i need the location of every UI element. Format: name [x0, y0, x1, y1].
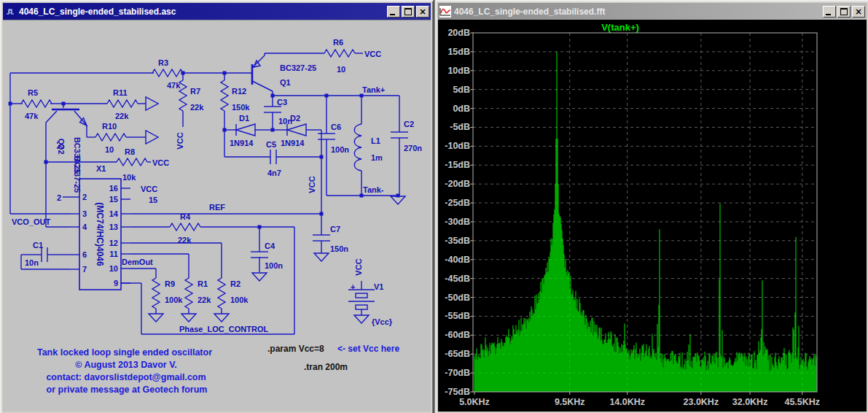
y-tick-label: 5dB: [453, 85, 470, 95]
schematic-label: 100n: [265, 261, 283, 270]
schematic-label: R6: [333, 38, 343, 47]
schematic-label: C3: [277, 98, 287, 107]
junction-dot: [271, 94, 275, 98]
comment-text: contact: davorslistdepot@gmail.com: [46, 372, 206, 382]
schematic-label: D2: [290, 114, 300, 123]
y-tick-label: -5dB: [450, 122, 470, 132]
y-tick-label: -70dB: [445, 368, 470, 378]
maximize-button[interactable]: [837, 6, 851, 18]
schematic-label: 15: [109, 195, 118, 204]
schematic-label: R7: [190, 87, 200, 96]
y-tick-label: -60dB: [445, 330, 470, 340]
y-tick-label: -50dB: [445, 293, 470, 303]
schematic-label: 12: [109, 239, 118, 247]
comment-text: © August 2013 Davor V.: [75, 360, 177, 370]
schematic-label: 10: [105, 145, 114, 154]
junction-dot: [320, 155, 324, 159]
net-label-tank+: Tank+: [362, 85, 385, 94]
schematic-label: 10k: [122, 173, 136, 182]
y-tick-label: 15dB: [447, 47, 470, 57]
schematic-label: R3: [158, 58, 168, 67]
schematic-label: R4: [180, 212, 191, 221]
fft-window-title: 4046_LC_single-ended_stabilised.fft: [454, 7, 820, 17]
x-tick-label: 23.0KHz: [684, 397, 719, 407]
schematic-label: 100n: [331, 145, 349, 154]
y-tick-label: -30dB: [445, 217, 470, 227]
x-tick-label: 5.0KHz: [459, 397, 490, 407]
maximize-button[interactable]: [402, 6, 415, 18]
y-tick-label: -20dB: [445, 179, 470, 189]
schematic-label: R1: [198, 279, 208, 288]
schematic-label: {Vcc}: [372, 317, 393, 326]
net-label-vco_out: VCO_OUT: [12, 217, 50, 226]
schematic-label: 22k: [178, 236, 192, 244]
y-tick-label: -25dB: [445, 198, 470, 208]
net-label-vcc: VCC: [364, 50, 381, 58]
fft-plot[interactable]: 20dB15dB10dB5dB0dB-5dB-10dB-15dB-20dB-25…: [438, 20, 867, 412]
y-tick-label: -45dB: [445, 274, 470, 284]
schematic-label: 100k: [230, 296, 249, 304]
schematic-label: 100k: [165, 296, 183, 304]
junction-dot: [320, 212, 324, 216]
ltspice-desktop: { "left_window": { "title": "4046_LC_sin…: [0, 0, 868, 413]
y-tick-label: -40dB: [445, 255, 470, 265]
schematic-titlebar[interactable]: 4046_LC_single-ended_stabilised.asc ×: [3, 3, 431, 20]
schematic-label: +: [351, 282, 355, 291]
net-label-vcc: VCC: [141, 185, 157, 193]
waveform-file-icon: [439, 6, 451, 18]
schematic-label: 14: [109, 209, 119, 218]
schematic-label: R2: [230, 279, 241, 288]
y-tick-label: 0dB: [453, 104, 470, 114]
schematic-label: 9: [114, 279, 118, 287]
schematic-label: 13: [109, 223, 118, 231]
spice-directive: .param Vcc=8: [267, 344, 324, 354]
junction-dot: [258, 225, 262, 229]
y-tick-label: -55dB: [445, 311, 470, 321]
net-label-15: 15: [149, 196, 157, 204]
junction-dot: [181, 72, 185, 75]
schematic-label: 1N914: [281, 139, 305, 147]
schematic-label: 22k: [115, 112, 129, 120]
junction-dot: [325, 94, 329, 98]
schematic-label: C5: [266, 140, 276, 149]
minimize-button[interactable]: [387, 6, 400, 18]
spice-directive: .tran 200m: [304, 362, 348, 372]
schematic-label: 4: [82, 223, 87, 231]
minimize-button[interactable]: [823, 6, 836, 18]
schematic-label: 10: [337, 65, 345, 74]
schematic-canvas[interactable]: R347kR547kR1122kR1010R810kR610R722kR1215…: [3, 20, 431, 412]
x-tick-label: 14.0KHz: [609, 397, 645, 407]
x-tick-label: 45.5KHz: [784, 397, 820, 407]
schematic-label: 16: [109, 184, 118, 193]
schematic-label: C1: [33, 241, 43, 250]
schematic-label: BC327-25: [280, 63, 316, 72]
net-label-rotated: Q2: [57, 139, 66, 150]
schematic-label: 1N914: [230, 139, 254, 147]
fft-titlebar[interactable]: 4046_LC_single-ended_stabilised.fft ×: [438, 3, 867, 20]
schematic-label: 22k: [198, 296, 211, 304]
close-button[interactable]: ×: [852, 6, 865, 18]
schematic-label: R8: [125, 147, 135, 156]
net-label-rotated: VCC: [176, 132, 184, 149]
y-tick-label: -10dB: [445, 141, 470, 151]
junction-dot: [360, 94, 364, 98]
fft-window: 4046_LC_single-ended_stabilised.fft × 20…: [435, 0, 868, 413]
y-tick-label: 20dB: [447, 28, 470, 38]
schematic-label: L1: [371, 136, 380, 145]
close-button[interactable]: ×: [416, 6, 429, 18]
schematic-label: R10: [102, 122, 117, 131]
net-label-rotated: BC337-25: [73, 137, 82, 174]
schematic-label: 150k: [232, 103, 250, 112]
y-tick-label: 10dB: [447, 66, 470, 76]
junction-dot: [271, 128, 275, 132]
schematic-label: C7: [330, 225, 340, 233]
trace-legend[interactable]: V(tank+): [601, 22, 639, 33]
x-tick-label: 32.0KHz: [732, 397, 768, 407]
schematic-window-title: 4046_LC_single-ended_stabilised.asc: [19, 7, 384, 17]
schematic-label: 10: [109, 264, 118, 273]
net-label-ref: REF: [209, 203, 225, 212]
net-label-rotated: VCC: [354, 258, 363, 275]
schematic-label: R11: [113, 88, 128, 97]
schematic-label: 4n7: [267, 169, 281, 177]
y-tick-label: -15dB: [445, 160, 470, 170]
